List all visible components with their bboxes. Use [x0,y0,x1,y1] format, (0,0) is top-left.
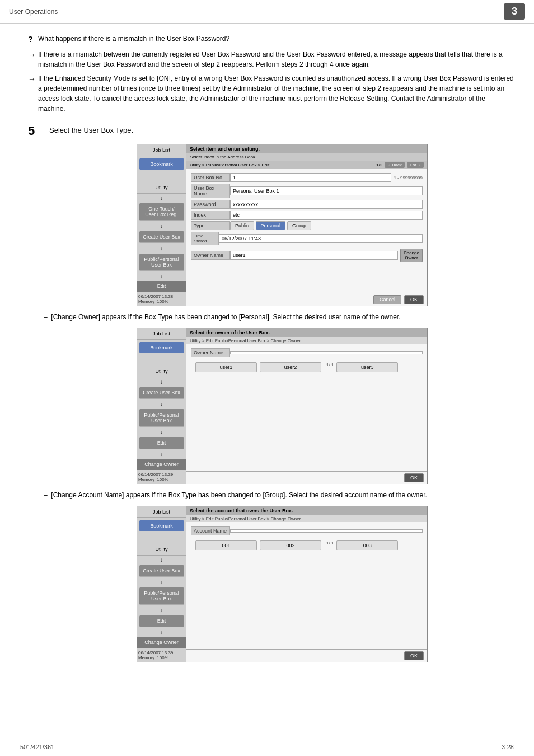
user-btn-user1[interactable]: user1 [195,362,257,372]
arrow1-text: If there is a mismatch between the curre… [38,49,514,69]
screen1-main: Select item and enter setting. Select in… [186,144,427,306]
screen1-title: Select item and enter setting. [186,144,427,153]
question-bullet: ? What happens if there is a mismatch in… [28,34,514,45]
type-row: Type Public Personal Group [191,221,423,230]
field-row-time: Time Stored 06/12/2007 11:43 [191,232,423,245]
arrow1-symbol: → [28,49,38,61]
screen2-sidebar-change-owner[interactable]: Change Owner [137,459,186,470]
step5-text: Select the User Box Type. [49,124,133,134]
change-owner-btn[interactable]: Change Owner [400,249,423,262]
screen3-sidebar-job-list[interactable]: Job List [137,506,186,518]
screen3-sidebar-change-owner[interactable]: Change Owner [137,637,186,648]
user-btn-user2[interactable]: user2 [260,362,321,372]
account-btn-002[interactable]: 002 [260,540,321,550]
arrow1-bullet: → If there is a mismatch between the cur… [28,49,514,69]
screen3-sidebar-create-user-box[interactable]: Create User Box [139,565,184,577]
screen3-account-name-row: Account Name [191,526,423,535]
screen3-mockup: Job List Bookmark Utility ↓ Create User … [137,506,428,662]
screen1-back-btn[interactable]: ←Back [385,162,405,168]
footer-left: 501/421/361 [20,744,54,750]
sidebar-job-list[interactable]: Job List [137,144,186,156]
screen3-sidebar-utility[interactable]: Utility [137,544,186,556]
screen3-breadcrumb: Utility > Edit Public/Personal User Box … [186,515,427,522]
account-btn-001[interactable]: 001 [195,540,257,550]
screen1-cancel-btn[interactable]: Cancel [373,295,401,304]
page-number-badge: 3 [504,3,525,20]
screen3-sidebar-public-personal[interactable]: Public/Personal User Box [139,587,184,605]
field-label-boxno: User Box No. [191,173,230,182]
screen2-ok-btn[interactable]: OK [404,473,424,482]
screen1-subtitle: Select index in the Address Book. [186,153,427,161]
sidebar-create-user-box[interactable]: Create User Box [139,231,184,243]
field-value-index[interactable]: etc [230,211,423,220]
screen2-sidebar-job-list[interactable]: Job List [137,328,186,340]
field-row-index: Index etc [191,211,423,220]
screen2-sidebar-datetime: 06/14/2007 13:39 Memory 100% [137,470,186,484]
page-container: User Operations 3 ? What happens if ther… [0,0,534,756]
type-options: Public Personal Group [230,221,311,230]
field-value-boxname[interactable]: Personal User Box 1 [230,186,423,195]
type-group-btn[interactable]: Group [287,221,311,230]
screen2-sidebar-bookmark[interactable]: Bookmark [139,342,184,353]
sidebar-utility[interactable]: Utility [137,182,186,194]
account-btn-003[interactable]: 003 [336,540,398,550]
sidebar-bookmark[interactable]: Bookmark [139,158,184,170]
screen3-page-info: 1/ 1 [326,540,334,550]
screen2-sidebar-edit[interactable]: Edit [139,437,184,449]
screen2-wrapper: Job List Bookmark Utility ↓ Create User … [50,328,514,484]
screen3-sidebar-arrow4: ↓ [160,628,163,637]
sidebar-one-touch[interactable]: One-Touch/ User Box Reg. [139,203,184,221]
screen1-fwd-btn[interactable]: For→ [407,162,424,168]
field-label-index: Index [191,211,230,220]
screen2-main: Select the owner of the User Box. Utilit… [186,328,427,484]
screen3-ok-btn[interactable]: OK [404,651,424,660]
screen3-account-name-value[interactable] [230,529,423,533]
step5-block: 5 Select the User Box Type. [28,124,514,138]
user-btn-user3[interactable]: user3 [336,362,398,372]
header-bar: User Operations 3 [0,0,534,24]
screen2-page-info: 1/ 1 [326,362,334,372]
screen3-account-list: 001 002 1/ 1 003 [191,537,423,554]
sidebar-datetime1: 06/14/2007 13:38 Memory 100% [137,292,186,306]
owner-value[interactable]: user1 [230,251,398,260]
screen3-sidebar-bookmark[interactable]: Bookmark [139,520,184,531]
screen1-footer: Cancel OK [186,293,427,306]
screen1-fields: User Box No. 1 1 - 999999999 User Box Na… [186,169,427,293]
screen2-owner-name-label: Owner Name [191,348,230,357]
screen1-mockup: Job List Bookmark Utility ↓ One-Touch/ U… [137,144,428,306]
field-value-password[interactable]: xxxxxxxxxx [230,200,423,209]
screen3-fields: Account Name 001 002 1/ 1 003 [186,522,427,649]
field-row-password: Password xxxxxxxxxx [191,200,423,209]
screen3-sidebar-arrow3: ↓ [160,606,163,614]
sidebar-edit[interactable]: Edit [137,281,186,292]
sidebar-public-personal[interactable]: Public/Personal User Box [139,254,184,271]
screen1-breadcrumb: Utility > Public/Personal User Box > Edi… [190,162,269,167]
bullet-block: ? What happens if there is a mismatch in… [28,34,514,114]
screen2-mockup: Job List Bookmark Utility ↓ Create User … [137,328,428,484]
page-footer: 501/421/361 3-28 [0,740,534,750]
arrow2-text: If the Enhanced Security Mode is set to … [38,73,514,114]
screen2-sidebar-utility[interactable]: Utility [137,366,186,377]
screen3-account-name-label: Account Name [191,526,230,535]
arrow2-bullet: → If the Enhanced Security Mode is set t… [28,73,514,114]
screen2-sidebar-public-personal[interactable]: Public/Personal User Box [139,409,184,427]
field-row-boxno: User Box No. 1 1 - 999999999 [191,173,423,182]
screen2-owner-name-value[interactable] [230,351,423,354]
arrow2-symbol: → [28,73,38,85]
field-label-boxname: User Box Name [191,184,230,198]
time-label: Time Stored [191,232,219,245]
type-personal-btn[interactable]: Personal [256,221,286,230]
screen2-sidebar-arrow2: ↓ [160,400,163,408]
owner-row: Owner Name user1 Change Owner [191,249,423,262]
type-public-btn[interactable]: Public [230,221,254,230]
screen2-sidebar-create-user-box[interactable]: Create User Box [139,387,184,399]
screen2-breadcrumb: Utility > Edit Public/Personal User Box … [186,337,427,344]
field-value-boxno[interactable]: 1 [230,173,391,182]
footer-right: 3-28 [502,744,514,750]
screen1-ok-btn[interactable]: OK [404,295,424,304]
screen3-main: Select the account that owns the User Bo… [186,506,427,662]
sidebar-arrow1: ↓ [160,194,163,202]
screen3-sidebar-edit[interactable]: Edit [139,615,184,627]
screen1-wrapper: Job List Bookmark Utility ↓ One-Touch/ U… [50,144,514,306]
sidebar-arrow3: ↓ [160,244,163,253]
